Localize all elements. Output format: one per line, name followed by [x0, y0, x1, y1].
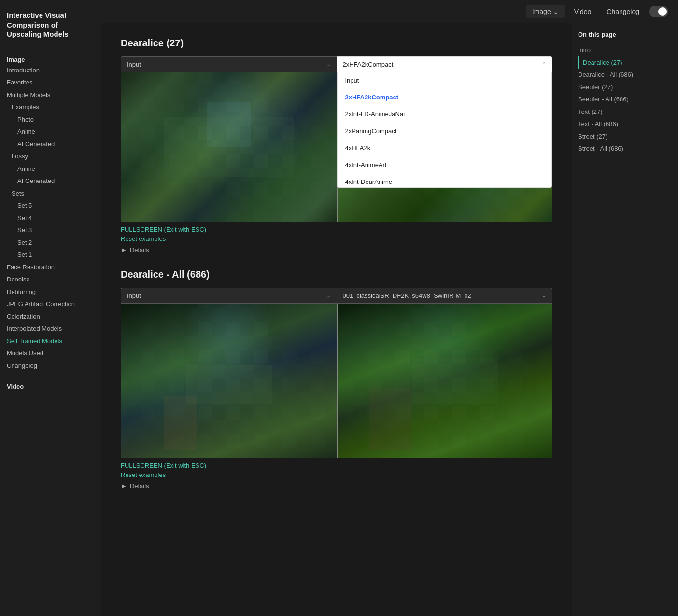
details-toggle-1[interactable]: ► Details — [121, 246, 552, 253]
image-chevron-icon: ⌄ — [553, 8, 559, 15]
sidebar-item-examples[interactable]: Examples — [0, 101, 101, 113]
left-selector-1-value: Input — [127, 61, 141, 68]
details-label-2: Details — [130, 482, 149, 490]
sidebar-item-photo[interactable]: Photo — [0, 113, 101, 126]
sidebar-item-face-restoration[interactable]: Face Restoration — [0, 261, 101, 274]
toc-text-27[interactable]: Text (27) — [578, 106, 672, 118]
right-selector-1-value: 2xHFA2kCompact — [343, 61, 394, 68]
toc-intro[interactable]: Intro — [578, 44, 672, 56]
comparison-left-image-1 — [121, 72, 337, 222]
right-selector-1[interactable]: 2xHFA2kCompact ⌃ Input 2xHFA2kCompact 2x… — [337, 56, 553, 72]
right-chevron-icon-2: ⌄ — [542, 293, 546, 299]
dropdown-item-4xhfa2k[interactable]: 4xHFA2k — [338, 140, 552, 156]
dropdown-item-2xparimg[interactable]: 2xParimgCompact — [338, 123, 552, 140]
comparison-divider-2 — [337, 304, 338, 458]
sidebar-item-lossy[interactable]: Lossy — [0, 150, 101, 163]
sidebar-divider — [7, 376, 94, 376]
dearalice-27-title: Dearalice (27) — [121, 38, 552, 49]
sidebar-item-denoise[interactable]: Denoise — [0, 273, 101, 286]
details-toggle-2[interactable]: ► Details — [121, 482, 552, 490]
comparison-images-2 — [121, 304, 552, 458]
video-nav-button[interactable]: Video — [568, 5, 597, 18]
dropdown-item-input[interactable]: Input — [338, 72, 552, 89]
comparison-selectors-1: Input ⌄ 2xHFA2kCompact ⌃ Input 2xHFA2kCo… — [121, 56, 552, 72]
image-label: Image — [532, 8, 551, 15]
sidebar-item-anime-lossy[interactable]: Anime — [0, 163, 101, 175]
right-sidebar-title: On this page — [578, 31, 672, 38]
sidebar-item-introduction[interactable]: Introduction — [0, 64, 101, 77]
dearalice-27-widget: Dearalice (27) Input ⌄ 2xHFA2kCompact ⌃ … — [121, 38, 552, 253]
right-selector-2[interactable]: 001_classicalSR_DF2K_s64w8_SwinIR-M_x2 ⌄ — [337, 288, 553, 304]
left-selector-2-value: Input — [127, 292, 141, 299]
left-sidebar: Interactive Visual Comparison of Upscali… — [0, 0, 101, 616]
left-selector-1[interactable]: Input ⌄ — [121, 56, 337, 72]
sidebar-item-multiple-models[interactable]: Multiple Models — [0, 89, 101, 101]
comparison-left-image-2 — [121, 304, 337, 458]
toc-dearalice-all[interactable]: Dearalice - All (686) — [578, 69, 672, 81]
dearalice-all-title: Dearalice - All (686) — [121, 269, 552, 280]
sidebar-item-changelog[interactable]: Changelog — [0, 360, 101, 372]
sidebar-item-jpeg[interactable]: JPEG Artifact Correction — [0, 298, 101, 310]
sidebar-section-video: Video — [0, 380, 101, 391]
sidebar-item-self-trained[interactable]: Self Trained Models — [0, 335, 101, 348]
right-sidebar: On this page Intro Dearalice (27) Dearal… — [572, 23, 678, 616]
reset-button-1[interactable]: Reset examples — [121, 235, 552, 242]
sidebar-item-set4[interactable]: Set 4 — [0, 212, 101, 224]
toc-seeufer-27[interactable]: Seeufer (27) — [578, 81, 672, 94]
toc-dearalice-27[interactable]: Dearalice (27) — [578, 56, 672, 69]
details-arrow-icon-2: ► — [121, 482, 127, 490]
toc-text-all[interactable]: Text - All (686) — [578, 118, 672, 130]
sidebar-item-set3[interactable]: Set 3 — [0, 224, 101, 237]
fullscreen-button-1[interactable]: FULLSCREEN (Exit with ESC) — [121, 226, 552, 233]
sidebar-item-ai-generated-1[interactable]: AI Generated — [0, 138, 101, 151]
comparison-right-image-2 — [337, 304, 552, 458]
toc-street-all[interactable]: Street - All (686) — [578, 142, 672, 155]
sidebar-app-title: Interactive Visual Comparison of Upscali… — [0, 6, 101, 47]
sidebar-item-deblurring[interactable]: Deblurring — [0, 286, 101, 298]
dearalice-all-widget: Dearalice - All (686) Input ⌄ 001_classi… — [121, 269, 552, 490]
sidebar-item-set5[interactable]: Set 5 — [0, 199, 101, 212]
main-content: Dearalice (27) Input ⌄ 2xHFA2kCompact ⌃ … — [101, 23, 572, 616]
dropdown-item-2xint-ld[interactable]: 2xInt-LD-AnimeJaNai — [338, 106, 552, 123]
sidebar-item-set1[interactable]: Set 1 — [0, 249, 101, 261]
sidebar-item-favorites[interactable]: Favorites — [0, 76, 101, 89]
left-selector-2[interactable]: Input ⌄ — [121, 288, 337, 304]
sidebar-item-colorization[interactable]: Colorization — [0, 310, 101, 323]
sidebar-item-interpolated[interactable]: Interpolated Models — [0, 322, 101, 335]
right-image-content-2 — [337, 304, 552, 458]
topnav: Image ⌄ Video Changelog — [101, 0, 678, 23]
sidebar-item-sets[interactable]: Sets — [0, 187, 101, 200]
theme-toggle-knob — [658, 7, 667, 16]
image-nav-button[interactable]: Image ⌄ — [526, 5, 565, 18]
sidebar-item-set2[interactable]: Set 2 — [0, 237, 101, 249]
reset-button-2[interactable]: Reset examples — [121, 471, 552, 478]
changelog-label: Changelog — [607, 8, 639, 15]
dropdown-item-4xint-animeart[interactable]: 4xInt-AnimeArt — [338, 156, 552, 173]
sidebar-section-image: Image — [0, 53, 101, 64]
model-dropdown: Input 2xHFA2kCompact 2xInt-LD-AnimeJaNai… — [337, 72, 552, 188]
comparison-actions-1: FULLSCREEN (Exit with ESC) Reset example… — [121, 226, 552, 242]
dropdown-item-2xhfa2k[interactable]: 2xHFA2kCompact — [338, 89, 552, 106]
dropdown-item-4xint-dearanime[interactable]: 4xInt-DearAnime — [338, 173, 552, 188]
sidebar-item-ai-generated-2[interactable]: AI Generated — [0, 175, 101, 187]
details-label-1: Details — [130, 246, 149, 253]
sidebar-item-models-used[interactable]: Models Used — [0, 347, 101, 360]
comparison-selectors-2: Input ⌄ 001_classicalSR_DF2K_s64w8_SwinI… — [121, 288, 552, 304]
toc-street-27[interactable]: Street (27) — [578, 130, 672, 143]
sidebar-item-anime[interactable]: Anime — [0, 126, 101, 138]
right-chevron-up-icon: ⌃ — [542, 61, 546, 68]
video-label: Video — [574, 8, 592, 15]
theme-toggle-button[interactable] — [649, 6, 668, 17]
right-selector-2-value: 001_classicalSR_DF2K_s64w8_SwinIR-M_x2 — [343, 292, 471, 299]
left-chevron-icon: ⌄ — [326, 61, 331, 68]
changelog-nav-button[interactable]: Changelog — [601, 5, 645, 18]
left-image-content-1 — [121, 72, 337, 222]
comparison-actions-2: FULLSCREEN (Exit with ESC) Reset example… — [121, 462, 552, 478]
left-chevron-icon-2: ⌄ — [326, 293, 331, 299]
fullscreen-button-2[interactable]: FULLSCREEN (Exit with ESC) — [121, 462, 552, 469]
details-arrow-icon: ► — [121, 246, 127, 253]
toc-seeufer-all[interactable]: Seeufer - All (686) — [578, 93, 672, 106]
left-image-content-2 — [121, 304, 337, 458]
